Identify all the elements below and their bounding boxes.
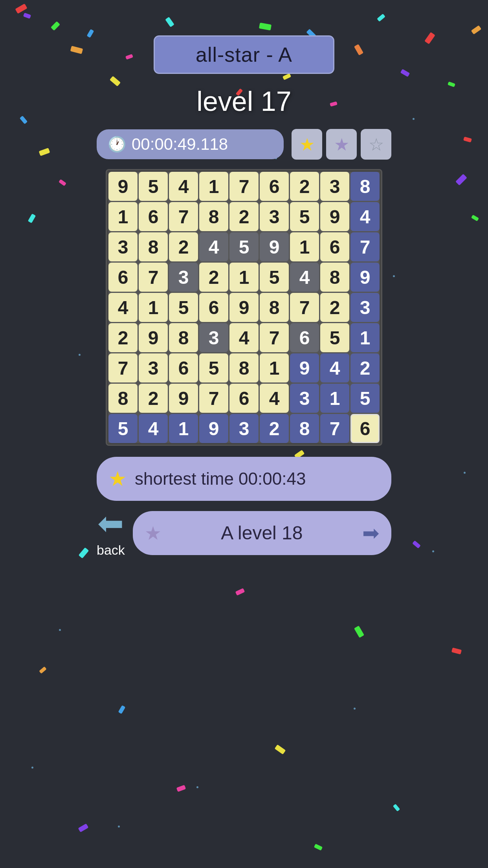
cell-r3-c1[interactable]: 7 xyxy=(139,263,168,292)
shortest-star-icon: ★ xyxy=(108,467,127,491)
cell-r2-c5[interactable]: 9 xyxy=(260,232,289,261)
cell-r8-c0[interactable]: 5 xyxy=(108,414,138,443)
cell-r2-c0[interactable]: 3 xyxy=(108,232,138,261)
star-button-3[interactable]: ☆ xyxy=(361,129,391,160)
cell-r7-c8[interactable]: 5 xyxy=(350,384,380,413)
cell-r4-c1[interactable]: 1 xyxy=(139,293,168,322)
cell-r0-c7[interactable]: 3 xyxy=(320,172,349,201)
cell-r0-c2[interactable]: 4 xyxy=(169,172,198,201)
cell-r3-c7[interactable]: 8 xyxy=(320,263,349,292)
star-button-1[interactable]: ★ xyxy=(292,129,322,160)
stars-rating: ★ ★ ☆ xyxy=(292,129,391,160)
back-label: back xyxy=(97,542,125,558)
cell-r1-c4[interactable]: 2 xyxy=(229,202,259,231)
shortest-time-text: shortest time 00:00:43 xyxy=(135,469,306,489)
star-icon-1: ★ xyxy=(299,134,315,154)
cell-r6-c3[interactable]: 5 xyxy=(199,353,228,383)
clock-icon: 🕐 xyxy=(108,136,126,153)
cell-r7-c1[interactable]: 2 xyxy=(139,384,168,413)
cell-r5-c5[interactable]: 7 xyxy=(260,323,289,352)
cell-r8-c4[interactable]: 3 xyxy=(229,414,259,443)
cell-r3-c0[interactable]: 6 xyxy=(108,263,138,292)
back-button[interactable]: ⬅ back xyxy=(97,508,125,558)
cell-r5-c1[interactable]: 9 xyxy=(139,323,168,352)
cell-r2-c8[interactable]: 7 xyxy=(350,232,380,261)
cell-r0-c8[interactable]: 8 xyxy=(350,172,380,201)
cell-r4-c4[interactable]: 9 xyxy=(229,293,259,322)
cell-r7-c5[interactable]: 4 xyxy=(260,384,289,413)
bottom-section: ★ shortest time 00:00:43 ⬅ back ★ A leve… xyxy=(97,457,391,558)
cell-r4-c6[interactable]: 7 xyxy=(290,293,319,322)
cell-r1-c0[interactable]: 1 xyxy=(108,202,138,231)
cell-r6-c0[interactable]: 7 xyxy=(108,353,138,383)
cell-r6-c7[interactable]: 4 xyxy=(320,353,349,383)
cell-r8-c1[interactable]: 4 xyxy=(139,414,168,443)
cell-r0-c4[interactable]: 7 xyxy=(229,172,259,201)
cell-r4-c0[interactable]: 4 xyxy=(108,293,138,322)
cell-r1-c3[interactable]: 8 xyxy=(199,202,228,231)
cell-r1-c6[interactable]: 5 xyxy=(290,202,319,231)
cell-r4-c8[interactable]: 3 xyxy=(350,293,380,322)
cell-r7-c4[interactable]: 6 xyxy=(229,384,259,413)
cell-r8-c6[interactable]: 8 xyxy=(290,414,319,443)
cell-r2-c3[interactable]: 4 xyxy=(199,232,228,261)
cell-r3-c6[interactable]: 4 xyxy=(290,263,319,292)
cell-r7-c7[interactable]: 1 xyxy=(320,384,349,413)
cell-r0-c1[interactable]: 5 xyxy=(139,172,168,201)
cell-r1-c2[interactable]: 7 xyxy=(169,202,198,231)
cell-r6-c4[interactable]: 8 xyxy=(229,353,259,383)
cell-r1-c7[interactable]: 9 xyxy=(320,202,349,231)
cell-r6-c1[interactable]: 3 xyxy=(139,353,168,383)
sudoku-grid: 9541762381678235943824591676732154894156… xyxy=(108,172,380,443)
cell-r4-c2[interactable]: 5 xyxy=(169,293,198,322)
cell-r5-c8[interactable]: 1 xyxy=(350,323,380,352)
cell-r6-c2[interactable]: 6 xyxy=(169,353,198,383)
cell-r5-c6[interactable]: 6 xyxy=(290,323,319,352)
cell-r7-c6[interactable]: 3 xyxy=(290,384,319,413)
cell-r7-c2[interactable]: 9 xyxy=(169,384,198,413)
cell-r2-c6[interactable]: 1 xyxy=(290,232,319,261)
cell-r0-c6[interactable]: 2 xyxy=(290,172,319,201)
next-level-button[interactable]: ★ A level 18 ➡ xyxy=(133,511,391,555)
cell-r3-c2[interactable]: 3 xyxy=(169,263,198,292)
cell-r5-c7[interactable]: 5 xyxy=(320,323,349,352)
level-label: level 17 xyxy=(196,86,291,117)
cell-r2-c2[interactable]: 2 xyxy=(169,232,198,261)
cell-r3-c3[interactable]: 2 xyxy=(199,263,228,292)
next-arrow-icon: ➡ xyxy=(362,521,380,545)
cell-r1-c1[interactable]: 6 xyxy=(139,202,168,231)
cell-r3-c8[interactable]: 9 xyxy=(350,263,380,292)
cell-r3-c5[interactable]: 5 xyxy=(260,263,289,292)
cell-r5-c0[interactable]: 2 xyxy=(108,323,138,352)
cell-r6-c5[interactable]: 1 xyxy=(260,353,289,383)
cell-r2-c4[interactable]: 5 xyxy=(229,232,259,261)
sudoku-grid-container: 9541762381678235943824591676732154894156… xyxy=(106,169,382,446)
cell-r5-c3[interactable]: 3 xyxy=(199,323,228,352)
cell-r5-c2[interactable]: 8 xyxy=(169,323,198,352)
cell-r1-c8[interactable]: 4 xyxy=(350,202,380,231)
cell-r4-c7[interactable]: 2 xyxy=(320,293,349,322)
cell-r6-c6[interactable]: 9 xyxy=(290,353,319,383)
cell-r7-c0[interactable]: 8 xyxy=(108,384,138,413)
info-row: 🕐 00:00:49.118 ★ ★ ☆ xyxy=(97,129,391,160)
cell-r1-c5[interactable]: 3 xyxy=(260,202,289,231)
cell-r3-c4[interactable]: 1 xyxy=(229,263,259,292)
cell-r6-c8[interactable]: 2 xyxy=(350,353,380,383)
cell-r8-c3[interactable]: 9 xyxy=(199,414,228,443)
cell-r4-c3[interactable]: 6 xyxy=(199,293,228,322)
cell-r8-c7[interactable]: 7 xyxy=(320,414,349,443)
shortest-time-button[interactable]: ★ shortest time 00:00:43 xyxy=(97,457,391,501)
cell-r5-c4[interactable]: 4 xyxy=(229,323,259,352)
cell-r2-c1[interactable]: 8 xyxy=(139,232,168,261)
cell-r2-c7[interactable]: 6 xyxy=(320,232,349,261)
cell-r8-c2[interactable]: 1 xyxy=(169,414,198,443)
cell-r8-c8[interactable]: 6 xyxy=(350,414,380,443)
star-button-2[interactable]: ★ xyxy=(326,129,357,160)
cell-r7-c3[interactable]: 7 xyxy=(199,384,228,413)
cell-r8-c5[interactable]: 2 xyxy=(260,414,289,443)
cell-r0-c0[interactable]: 9 xyxy=(108,172,138,201)
cell-r0-c5[interactable]: 6 xyxy=(260,172,289,201)
cell-r4-c5[interactable]: 8 xyxy=(260,293,289,322)
cell-r0-c3[interactable]: 1 xyxy=(199,172,228,201)
nav-row: ⬅ back ★ A level 18 ➡ xyxy=(97,508,391,558)
